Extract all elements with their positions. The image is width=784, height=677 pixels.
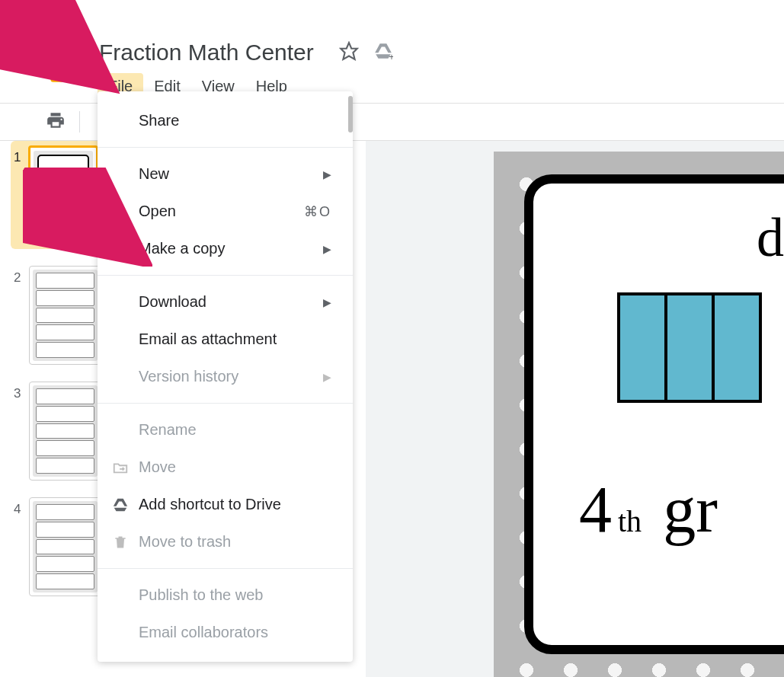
fraction-cell [667,295,715,400]
menu-label: Email collaborators [139,624,268,641]
annotation-arrow-file [0,0,126,98]
menu-label: Share [139,112,179,129]
menu-separator [98,147,353,148]
slide-canvas[interactable]: digita 4th gr [366,141,784,677]
grade-sup: th [618,503,642,539]
svg-line-5 [0,0,88,69]
menu-share[interactable]: Share [98,102,353,139]
drive-icon [111,496,130,514]
svg-text:+: + [389,52,393,61]
menu-label: Version history [139,368,238,385]
menu-add-shortcut-drive[interactable]: Add shortcut to Drive [98,486,353,523]
star-icon[interactable] [339,41,359,64]
document-title[interactable]: Fraction Math Center [99,40,314,65]
submenu-arrow-icon: ▶ [323,296,331,308]
slide-title-text: digita [625,206,784,270]
svg-line-6 [38,179,122,244]
menu-label: Download [139,293,206,311]
menu-label: Email as attachment [139,331,277,348]
thumbnail-number: 4 [14,497,29,596]
menu-move-to-trash: Move to trash [98,523,353,560]
trash-icon [111,533,130,551]
menu-email-collaborators: Email collaborators [98,614,353,651]
grade-num: 4 [579,471,612,548]
thumbnail-preview [29,382,101,481]
fraction-diagram [617,292,762,403]
slide-content[interactable]: digita 4th gr [494,152,784,677]
svg-marker-2 [341,43,357,59]
thumbnail-number: 3 [14,382,29,481]
fraction-cell [620,295,667,400]
menu-download[interactable]: Download▶ [98,283,353,321]
menu-shortcut: ⌘O [304,203,331,220]
thumbnail-2[interactable]: 2 [14,266,101,365]
menu-label: Move to trash [139,533,231,551]
annotation-arrow-make-copy [23,168,152,270]
menu-label: Add shortcut to Drive [139,496,281,513]
submenu-arrow-icon: ▶ [323,243,331,255]
toolbar-divider [79,111,80,133]
thumbnail-preview [29,266,101,365]
menu-publish-web: Publish to the web [98,576,353,614]
menu-rename: Rename [98,411,353,449]
menu-move: Move [98,449,353,486]
move-icon [111,458,130,477]
menu-separator [98,403,353,404]
slide-grade-text: 4th gr [579,471,784,548]
thumbnail-preview [29,497,101,596]
fraction-cell [715,295,759,400]
grade-rest: gr [663,471,718,548]
slide-card: digita 4th gr [524,174,784,654]
submenu-arrow-icon: ▶ [323,371,331,383]
menu-email-attachment[interactable]: Email as attachment [98,321,353,358]
menu-label: Rename [139,421,197,439]
drive-status-icon[interactable]: + [373,41,393,64]
thumbnail-number: 2 [14,266,29,365]
menu-version-history: Version history▶ [98,358,353,395]
header: Fraction Math Center + File Edit View He… [38,30,784,91]
thumbnail-3[interactable]: 3 [14,382,101,481]
submenu-arrow-icon: ▶ [323,168,331,180]
menu-label: Move [139,458,176,476]
menu-label: Publish to the web [139,586,263,604]
print-icon[interactable] [46,110,66,133]
menu-separator [98,568,353,569]
menu-separator [98,275,353,276]
thumbnail-4[interactable]: 4 [14,497,101,596]
